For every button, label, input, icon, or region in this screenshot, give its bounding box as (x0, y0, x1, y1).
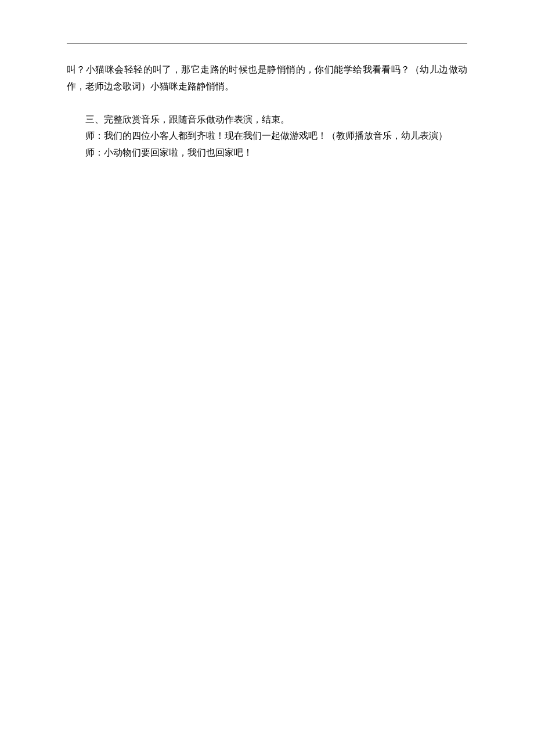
horizontal-rule (67, 44, 467, 44)
teacher-line-2: 师：小动物们要回家啦，我们也回家吧！ (67, 145, 467, 161)
teacher-line-1: 师：我们的四位小客人都到齐啦！现在我们一起做游戏吧！（教师播放音乐，幼儿表演） (67, 128, 467, 145)
paragraph-continuation: 叫？小猫咪会轻轻的叫了，那它走路的时候也是静悄悄的，你们能学给我看看吗？（幼儿边… (67, 62, 467, 95)
section-title: 三、完整欣赏音乐，跟随音乐做动作表演，结束。 (67, 111, 467, 128)
section-break (67, 95, 467, 111)
page-container: 叫？小猫咪会轻轻的叫了，那它走路的时候也是静悄悄的，你们能学给我看看吗？（幼儿边… (0, 0, 534, 161)
